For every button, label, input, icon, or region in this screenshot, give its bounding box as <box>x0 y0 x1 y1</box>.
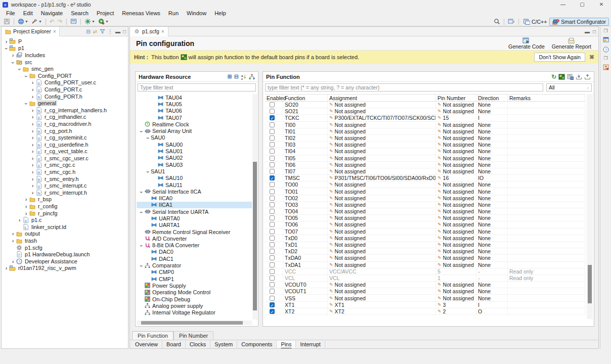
tree-item[interactable]: ›cr_smc_interrupt.c <box>2 182 128 189</box>
cell-pin-number[interactable]: ✎Not assigned <box>436 142 476 148</box>
tree-item[interactable]: ›hr_smc_cgc.h <box>2 168 128 175</box>
cell-assignment[interactable]: ✎Not assigned <box>328 255 436 261</box>
cell-pin-number[interactable]: ✎Not assigned <box>436 168 476 174</box>
tab-p1-scfg[interactable]: ⚙ p1.scfg × <box>130 27 168 36</box>
minimize-button[interactable]: — <box>553 0 573 9</box>
cell-pin-number[interactable]: ✎Not assigned <box>436 221 476 228</box>
tree-item[interactable]: ›src <box>2 59 128 66</box>
tree-item[interactable]: ›CMP0 <box>137 269 252 276</box>
tree-item[interactable]: ›hConfig_PORT.h <box>2 93 128 100</box>
tree-item[interactable]: ›r_pincfg <box>2 210 128 217</box>
tree-item[interactable]: ›Remote Control Signal Receiver <box>137 229 252 235</box>
tree-item[interactable]: ›cp1.c <box>2 216 128 223</box>
view-menu-icon[interactable]: ⋮ <box>108 29 113 34</box>
table-row[interactable]: VSS✎Not assigned✎Not assignedNone <box>265 295 585 301</box>
generate-report-button[interactable]: Generate Report <box>552 37 591 50</box>
tree-item[interactable]: ›r01an7192_risc_v_pwm <box>2 265 128 272</box>
menu-renesas-views[interactable]: Renesas Views <box>118 9 164 17</box>
enabled-checkbox[interactable]: ✓ <box>270 115 275 120</box>
cell-pin-number[interactable]: ✎Not assigned <box>436 242 476 248</box>
table-row[interactable]: TO07✎Not assigned✎Not assignedNone <box>265 229 585 235</box>
cell-assignment[interactable]: ✎Not assigned <box>328 135 436 141</box>
tree-item[interactable]: ›IICA0 <box>137 195 252 201</box>
table-row[interactable]: ✓TMSC✎P301/TMSC/TI06/TO06/SI00/SDA00/RxD… <box>265 175 585 181</box>
table-row[interactable]: TI01✎Not assigned✎Not assignedNone <box>265 128 585 135</box>
cell-function[interactable]: TxD0 <box>283 235 328 241</box>
tree-item[interactable]: ›DAC1 <box>137 255 252 262</box>
cell-pin-number[interactable]: ✎Not assigned <box>436 282 476 288</box>
cell-pin-number[interactable]: ✎Not assigned <box>436 135 476 141</box>
cell-pin-number[interactable]: ✎Not assigned <box>436 295 476 301</box>
cell-function[interactable]: TO02 <box>283 195 328 201</box>
cell-pin-number[interactable]: ✎Not assigned <box>436 215 476 221</box>
chevron-right-icon[interactable]: › <box>30 169 35 175</box>
tree-item[interactable]: ›SAU02 <box>137 155 252 161</box>
cell-function[interactable]: TxD2 <box>283 248 328 254</box>
chevron-down-icon[interactable]: › <box>23 101 29 107</box>
table-row[interactable]: TO03✎Not assigned✎Not assignedNone <box>265 202 585 208</box>
tree-item[interactable]: ›hr_cg_interrupt_handlers.h <box>2 107 128 114</box>
cell-pin-number[interactable]: ✎Not assigned <box>436 288 476 294</box>
enabled-checkbox[interactable] <box>270 122 275 127</box>
tree-item[interactable]: ›SAU0 <box>137 134 252 141</box>
cell-pin-number[interactable]: ✎Not assigned <box>436 181 476 188</box>
enabled-checkbox[interactable]: ✓ <box>270 309 275 314</box>
cell-assignment[interactable]: ✎Not assigned <box>328 188 436 194</box>
tree-item[interactable]: ›P <box>2 38 128 45</box>
table-row[interactable]: TxD0✎Not assigned✎Not assignedNone <box>265 235 585 242</box>
menu-run[interactable]: Run <box>164 9 183 17</box>
cell-function[interactable]: TCKC <box>283 115 328 121</box>
cell-pin-number[interactable]: ✎2 <box>436 308 476 314</box>
chevron-down-icon[interactable]: › <box>23 73 29 79</box>
enabled-checkbox[interactable] <box>270 276 275 281</box>
tree-item[interactable]: ›general <box>2 100 128 107</box>
subtab-pin-function[interactable]: Pin Function <box>132 331 173 340</box>
tree-item[interactable]: ›hr_smc_interrupt.h <box>2 189 128 196</box>
tree-item[interactable]: ›r_bsp <box>2 196 128 203</box>
table-row[interactable]: TO05✎Not assigned✎Not assignedNone <box>265 215 585 221</box>
close-view-icon[interactable]: × <box>53 28 56 34</box>
hardware-filter-input[interactable] <box>138 83 256 92</box>
cell-function[interactable]: TxDA1 <box>283 262 328 268</box>
chevron-right-icon[interactable]: › <box>23 203 29 209</box>
chevron-right-icon[interactable]: › <box>4 265 9 271</box>
cell-assignment[interactable]: ✎Not assigned <box>328 215 436 221</box>
tree-item[interactable]: ›hr_cg_port.h <box>2 127 128 134</box>
debug-icon[interactable]: ▼ <box>83 18 96 26</box>
restore-view2-icon[interactable]: ❐ <box>603 56 607 61</box>
enabled-checkbox[interactable] <box>270 249 275 254</box>
column-header-assignment[interactable]: Assignment <box>328 95 436 101</box>
cell-function[interactable]: SO20 <box>283 102 328 108</box>
column-header-remarks[interactable]: Remarks <box>508 95 585 101</box>
cell-assignment[interactable]: ✎Not assigned <box>328 202 436 208</box>
chevron-down-icon[interactable]: › <box>4 46 10 52</box>
table-row[interactable]: TxD1✎Not assigned✎Not assignedNone <box>265 242 585 248</box>
tree-item[interactable]: ›SAU11 <box>137 181 252 188</box>
enabled-checkbox[interactable] <box>270 255 275 260</box>
cell-function[interactable]: VCOUT1 <box>283 288 328 294</box>
enabled-checkbox[interactable] <box>270 142 275 147</box>
chevron-right-icon[interactable]: › <box>23 196 29 202</box>
open-perspective-icon[interactable] <box>507 18 516 26</box>
enabled-checkbox[interactable] <box>270 229 275 234</box>
enabled-checkbox[interactable] <box>270 215 275 220</box>
maximize-view-icon[interactable]: □ <box>123 29 126 34</box>
tree-item[interactable]: ›IICA1 <box>137 202 252 208</box>
link-editor-icon[interactable]: ⇄ <box>93 29 97 34</box>
cell-function[interactable]: TO03 <box>283 202 328 208</box>
tree-item[interactable]: ›Internal Voltage Regulator <box>137 309 252 316</box>
tree-item[interactable]: ›cConfig_PORT.c <box>2 86 128 93</box>
cell-function[interactable]: XT2 <box>283 308 328 314</box>
cell-assignment[interactable]: ✎Not assigned <box>328 295 436 301</box>
cell-function[interactable]: TMSC <box>283 175 328 181</box>
minimize-editor-icon[interactable]: ▬ <box>585 29 590 34</box>
chevron-right-icon[interactable]: › <box>30 142 35 148</box>
generate-code-button[interactable]: Generate Code <box>508 37 545 50</box>
tree-item[interactable]: ›8-Bit D/A Converter <box>137 242 252 249</box>
tree-item[interactable]: ›cConfig_PORT_user.c <box>2 79 128 86</box>
tree-item[interactable]: ›UARTA1 <box>137 222 252 229</box>
cell-function[interactable]: TO05 <box>283 215 328 221</box>
chevron-down-icon[interactable]: › <box>139 263 145 269</box>
enabled-checkbox[interactable] <box>270 182 275 187</box>
tree-item[interactable]: ›SAU1 <box>137 168 252 174</box>
